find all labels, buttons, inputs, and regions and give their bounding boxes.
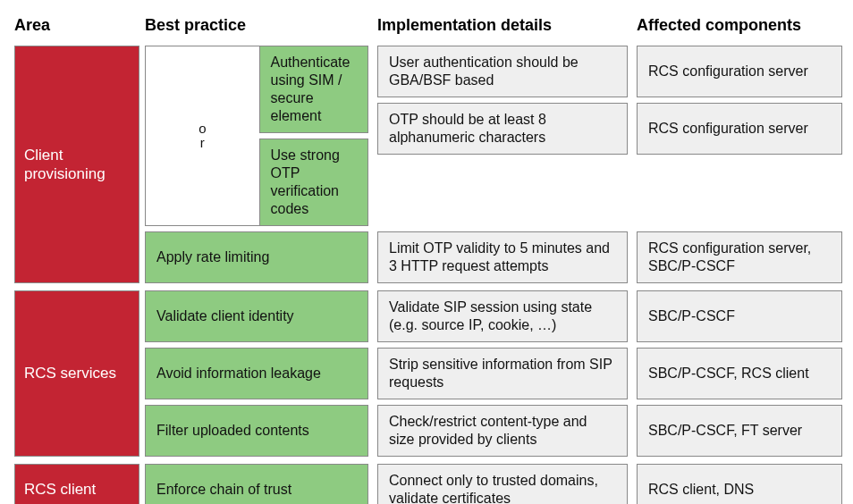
implementation-box: Strip sensitive information from SIP req…	[377, 348, 628, 399]
best-practice-box: Avoid information leakage	[145, 348, 368, 399]
best-practice-box: Enforce chain of trust	[145, 464, 368, 504]
or-label: o r	[198, 122, 206, 150]
implementation-box: Limit OTP validity to 5 minutes and 3 HT…	[377, 231, 628, 283]
best-practice-box: Authenticate using SIM / secure element	[259, 46, 369, 133]
best-practice-box: Use strong OTP verification codes	[259, 139, 369, 226]
best-practice-text: Enforce chain of trust	[156, 481, 291, 499]
affected-box: RCS client, DNS	[637, 464, 842, 504]
best-practice-text: Apply rate limiting	[156, 248, 269, 266]
area-box: RCS client	[14, 464, 139, 504]
implementation-text: Connect only to trusted domains, validat…	[389, 472, 616, 504]
implementation-text: OTP should be at least 8 alphanumeric ch…	[389, 111, 616, 147]
implementation-box: Connect only to trusted domains, validat…	[377, 464, 628, 504]
affected-box: RCS configuration server, SBC/P-CSCF	[637, 231, 842, 283]
header-area: Area	[14, 14, 139, 37]
area-box: RCS services	[14, 290, 139, 457]
affected-text: RCS configuration server	[648, 63, 808, 80]
best-practice-text: Authenticate using SIM / secure element	[271, 54, 358, 125]
implementation-text: Limit OTP validity to 5 minutes and 3 HT…	[389, 239, 616, 275]
affected-text: SBC/P-CSCF	[648, 307, 735, 325]
implementation-text: Strip sensitive information from SIP req…	[389, 356, 616, 391]
affected-box: SBC/P-CSCF, RCS client	[637, 348, 842, 399]
best-practice-text: Avoid information leakage	[156, 365, 321, 382]
affected-box: RCS configuration server	[637, 103, 842, 155]
best-practice-text: Filter uploaded contents	[156, 422, 309, 440]
implementation-text: Validate SIP session using state (e.g. s…	[389, 298, 616, 334]
implementation-text: Check/restrict content-type and size pro…	[389, 413, 616, 449]
area-label: RCS client	[24, 480, 96, 499]
affected-box: RCS configuration server	[637, 46, 842, 97]
section-rcs-services: RCS services Validate client identity Va…	[14, 290, 839, 457]
affected-text: SBC/P-CSCF, RCS client	[648, 365, 809, 382]
or-connector: o r	[145, 46, 259, 226]
best-practices-table: Area Best practice Implementation detail…	[14, 14, 839, 504]
affected-text: RCS configuration server, SBC/P-CSCF	[648, 239, 831, 275]
implementation-box: User authentication should be GBA/BSF ba…	[377, 46, 628, 97]
affected-box: SBC/P-CSCF, FT server	[637, 405, 842, 457]
header-row: Area Best practice Implementation detail…	[14, 14, 839, 37]
header-implementation: Implementation details	[377, 14, 628, 37]
section-client-provisioning: Client provisioning o r Authenticate usi…	[14, 46, 839, 283]
affected-text: SBC/P-CSCF, FT server	[648, 422, 802, 440]
implementation-box: Check/restrict content-type and size pro…	[377, 405, 628, 457]
best-practice-box: Apply rate limiting	[145, 231, 368, 283]
section-rcs-client: RCS client Enforce chain of trust Connec…	[14, 464, 839, 504]
best-practice-box: Validate client identity	[145, 290, 368, 342]
implementation-box: Validate SIP session using state (e.g. s…	[377, 290, 628, 342]
implementation-text: User authentication should be GBA/BSF ba…	[389, 54, 616, 89]
best-practice-text: Validate client identity	[156, 307, 294, 325]
best-practice-box: Filter uploaded contents	[145, 405, 368, 457]
best-practice-text: Use strong OTP verification codes	[271, 147, 358, 218]
header-best-practice: Best practice	[145, 14, 368, 37]
affected-text: RCS configuration server	[648, 120, 808, 138]
area-label: Client provisioning	[24, 146, 130, 184]
implementation-box: OTP should be at least 8 alphanumeric ch…	[377, 103, 628, 155]
affected-text: RCS client, DNS	[648, 481, 754, 499]
area-box: Client provisioning	[14, 46, 139, 283]
area-label: RCS services	[24, 364, 116, 382]
header-affected: Affected components	[637, 14, 842, 37]
affected-box: SBC/P-CSCF	[637, 290, 842, 342]
